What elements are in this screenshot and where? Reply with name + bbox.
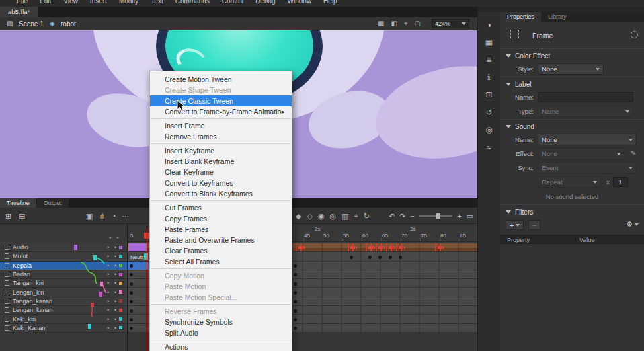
zoom-select[interactable]: 424% [432, 19, 469, 28]
menu-file[interactable]: File [11, 0, 34, 6]
layer-row-lengan_kiri[interactable]: Lengan_kiri•• [0, 288, 127, 297]
swatches-icon[interactable]: ▦ [482, 37, 497, 48]
menu-debug[interactable]: Debug [249, 0, 281, 6]
lock-dot[interactable]: • [112, 307, 119, 313]
visibility-dot[interactable]: • [104, 325, 112, 332]
timeline-zoom-slider[interactable] [419, 215, 452, 217]
step-back-icon[interactable]: ↶ [389, 210, 395, 221]
scene-breadcrumb[interactable]: Scene 1 [19, 20, 44, 28]
menu-item-paste-frames[interactable]: Paste Frames [150, 224, 292, 235]
menu-help[interactable]: Help [317, 0, 344, 6]
camera-panel-icon[interactable]: ◎ [482, 124, 497, 135]
layer-row-audio[interactable]: Audio•• [0, 243, 127, 252]
info-icon[interactable]: ℹ [482, 72, 497, 83]
lock-dot[interactable]: • [112, 244, 119, 251]
add-filter-button[interactable]: + [506, 220, 524, 230]
delete-layer-icon[interactable]: ⊟ [19, 210, 25, 221]
center-stage-icon[interactable]: ⌖ [404, 20, 408, 28]
edit-sound-envelope-icon[interactable]: ✎ [631, 149, 636, 157]
menu-text[interactable]: Text [145, 0, 169, 6]
visibility-dot[interactable]: • [104, 262, 112, 269]
transform-icon[interactable]: ⊞ [482, 89, 497, 100]
color-icon[interactable]: ◑ [482, 20, 497, 30]
step-forward-icon[interactable]: ↷ [399, 210, 405, 221]
menu-item-convert-to-keyframes[interactable]: Convert to Keyframes [150, 178, 292, 188]
menu-item-insert-frame[interactable]: Insert Frame [150, 120, 292, 131]
lock-dot[interactable]: • [112, 271, 119, 278]
menu-item-actions[interactable]: Actions [150, 342, 292, 351]
remove-filter-button[interactable]: − [528, 220, 540, 230]
visibility-dot[interactable]: • [104, 271, 112, 278]
menu-item-insert-blank-keyframe[interactable]: Insert Blank Keyframe [150, 156, 292, 167]
camera-icon[interactable]: ▣ [86, 210, 93, 221]
tab-output[interactable]: Output [37, 198, 69, 208]
menu-view[interactable]: View [57, 0, 84, 6]
menu-item-insert-keyframe[interactable]: Insert Keyframe [150, 145, 292, 156]
menu-commands[interactable]: Commands [169, 0, 216, 6]
menu-item-cut-frames[interactable]: Cut Frames [150, 202, 292, 213]
edit-multiple-frames-icon[interactable]: ▥ [341, 210, 348, 221]
lock-dot[interactable]: • [112, 253, 119, 260]
filter-options-button[interactable]: ⚙ [626, 220, 639, 229]
timeline-options-icon[interactable]: ⋯ [122, 210, 129, 221]
onion-skin-icon[interactable]: ◉ [318, 210, 325, 221]
symbol-breadcrumb[interactable]: robot [61, 20, 76, 28]
menu-insert[interactable]: Insert [84, 0, 113, 6]
menu-control[interactable]: Control [216, 0, 249, 6]
menu-item-synchronize-symbols[interactable]: Synchronize Symbols [150, 317, 292, 327]
zoom-in-icon[interactable]: + [457, 210, 461, 221]
lock-dot[interactable]: • [112, 262, 119, 269]
layer-row-badan[interactable]: Badan•• [0, 270, 127, 279]
visibility-dot[interactable]: • [104, 289, 112, 296]
lock-dot[interactable]: • [112, 325, 119, 332]
menu-modify[interactable]: Modify [113, 0, 145, 6]
lock-dot[interactable]: • [112, 280, 119, 286]
help-icon[interactable] [631, 31, 638, 38]
edit-symbols-icon[interactable]: ◧ [391, 20, 397, 28]
menu-item-copy-frames[interactable]: Copy Frames [150, 213, 292, 224]
menu-item-clear-frames[interactable]: Clear Frames [150, 245, 292, 256]
lock-dot[interactable]: • [112, 316, 119, 323]
eye-column-icon[interactable]: ● [109, 235, 112, 239]
menu-item-paste-and-overwrite-frames[interactable]: Paste and Overwrite Frames [150, 235, 292, 245]
history-icon[interactable]: ↺ [482, 107, 497, 118]
onion-skin-outlines-icon[interactable]: ◎ [330, 210, 337, 221]
layer-row-mulut[interactable]: Mulut•• [0, 252, 127, 261]
align-icon[interactable]: ≡ [482, 54, 497, 65]
document-tab[interactable]: ab5.fla* [0, 7, 38, 17]
menu-item-select-all-frames[interactable]: Select All Frames [150, 256, 292, 267]
sound-name-dropdown[interactable]: None [538, 134, 637, 145]
layer-row-kepala[interactable]: Kepala•• [0, 262, 127, 270]
style-dropdown[interactable]: None [538, 63, 604, 75]
center-frame-icon[interactable]: ⌖ [354, 210, 358, 221]
visibility-dot[interactable]: • [104, 280, 112, 286]
menu-item-create-classic-tween[interactable]: Create Classic Tween [150, 95, 292, 106]
motion-editor-icon[interactable]: ≈ [482, 142, 497, 153]
menu-window[interactable]: Window [282, 0, 318, 6]
tab-library[interactable]: Library [541, 12, 573, 22]
lock-dot[interactable]: • [112, 298, 119, 305]
visibility-dot[interactable]: • [104, 244, 112, 251]
label-header[interactable]: Label [500, 77, 644, 91]
insert-keyframe-icon[interactable]: ◆ [296, 210, 301, 221]
layer-row-tangan_kanan[interactable]: Tangan_kanan•• [0, 297, 127, 306]
visibility-dot[interactable]: • [104, 316, 112, 323]
layer-parenting-icon[interactable]: ⋔ [99, 210, 105, 221]
loop-icon[interactable]: ↻ [364, 210, 370, 221]
menu-item-convert-to-blank-keyframes[interactable]: Convert to Blank Keyframes [150, 188, 292, 199]
repeat-count-field[interactable]: 1 [613, 177, 628, 187]
lock-column-icon[interactable]: ● [116, 235, 119, 239]
layer-depth-icon[interactable]: ◔ [112, 210, 116, 221]
reset-zoom-icon[interactable]: ▭ [467, 210, 473, 221]
insert-blank-keyframe-icon[interactable]: ◇ [307, 210, 312, 221]
visibility-dot[interactable]: • [104, 253, 112, 260]
edit-scene-icon[interactable]: ▦ [378, 20, 384, 28]
clip-to-stage-icon[interactable]: ▢ [415, 20, 421, 28]
add-layer-icon[interactable]: ⊞ [5, 210, 11, 221]
menu-item-create-motion-tween[interactable]: Create Motion Tween [150, 74, 292, 85]
frame-label-name-input[interactable] [538, 92, 633, 102]
menu-edit[interactable]: Edit [34, 0, 57, 6]
tab-timeline[interactable]: Timeline [0, 198, 36, 208]
tab-properties[interactable]: Properties [500, 12, 541, 22]
layer-row-tangan_kiri[interactable]: Tangan_kiri•• [0, 279, 127, 288]
